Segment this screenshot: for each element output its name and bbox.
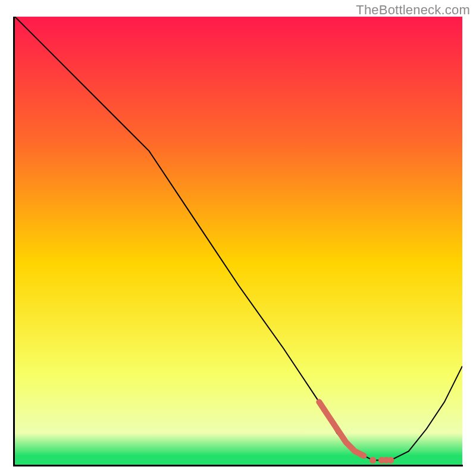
plot-area: [15, 17, 462, 465]
chart-svg: [15, 17, 462, 465]
watermark-text: TheBottleneck.com: [356, 2, 470, 18]
chart-page: TheBottleneck.com: [0, 0, 476, 476]
highlight-dot: [387, 457, 394, 464]
highlight-dot: [369, 457, 376, 464]
